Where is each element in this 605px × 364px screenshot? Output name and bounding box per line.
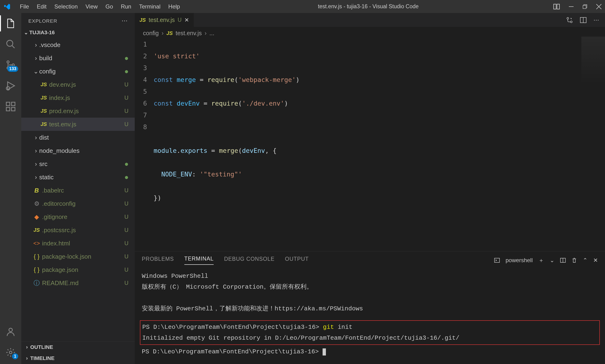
outline-section[interactable]: › OUTLINE [21, 341, 135, 353]
compare-changes-icon[interactable] [566, 16, 573, 24]
window-controls [553, 3, 602, 10]
maximize-button[interactable] [582, 4, 587, 9]
svg-rect-0 [554, 4, 556, 9]
menu-terminal[interactable]: Terminal [136, 2, 164, 11]
close-panel-icon[interactable]: ✕ [593, 257, 598, 264]
file-row[interactable]: ◆.gitignoreU [21, 210, 135, 223]
timeline-section[interactable]: › TIMELINE [21, 353, 135, 364]
panel-tab-terminal[interactable]: TERMINAL [184, 256, 214, 265]
kill-terminal-icon[interactable] [571, 258, 577, 263]
breadcrumb-more[interactable]: ... [209, 30, 214, 37]
js-file-icon: JS [41, 81, 47, 88]
chevron-right-icon: › [33, 147, 39, 155]
chevron-right-icon: › [33, 54, 39, 62]
tab-close-icon[interactable]: ✕ [184, 17, 189, 23]
terminal-profile-name[interactable]: powershell [505, 257, 533, 264]
file-row[interactable]: { }package.jsonU [21, 263, 135, 276]
panel-tab-debug[interactable]: DEBUG CONSOLE [224, 256, 275, 265]
folder-name: static [39, 174, 123, 181]
file-row[interactable]: JSprod.env.jsU [21, 104, 135, 118]
run-debug-icon[interactable] [5, 80, 16, 91]
code-editor[interactable]: 12345678 'use strict' const merge = requ… [135, 37, 605, 251]
json-file-icon: { } [34, 253, 40, 260]
folder-row[interactable]: ›node_modules [21, 144, 135, 157]
menu-run[interactable]: Run [118, 2, 134, 11]
editor-area: JS test.env.js U ✕ ⋯ config › JS test.en… [135, 13, 605, 364]
chevron-right-icon: › [33, 174, 39, 181]
explorer-icon[interactable] [5, 18, 16, 29]
breadcrumb-file[interactable]: test.env.js [176, 30, 202, 37]
minimap[interactable] [581, 37, 605, 84]
folder-name: src [39, 160, 123, 168]
editor-more-icon[interactable]: ⋯ [593, 17, 599, 23]
menu-selection[interactable]: Selection [51, 2, 81, 11]
git-untracked-badge: U [123, 227, 130, 233]
workspace-root[interactable]: ⌄ TUJIA3-16 [21, 27, 135, 38]
menu-go[interactable]: Go [102, 2, 116, 11]
folder-row[interactable]: ›build● [21, 52, 135, 65]
svg-rect-11 [12, 102, 15, 106]
file-row[interactable]: ⚙.editorconfigU [21, 197, 135, 210]
accounts-icon[interactable] [5, 326, 16, 337]
svg-rect-9 [6, 107, 10, 111]
source-control-icon[interactable]: 133 [5, 59, 16, 71]
terminal-content[interactable]: Windows PowerShell 版权所有（C） Microsoft Cor… [135, 265, 605, 364]
terminal-highlight-box: PS D:\Leo\ProgramTeam\FontEnd\Project\tu… [140, 320, 600, 345]
git-untracked-badge: U [123, 108, 130, 114]
split-terminal-icon[interactable] [560, 258, 566, 263]
git-untracked-badge: U [123, 214, 130, 220]
gear-icon: ⚙ [34, 200, 39, 208]
terminal-line: Initialized empty Git repository in D:/L… [142, 333, 597, 343]
folder-row[interactable]: ⌄config● [21, 65, 135, 78]
menu-help[interactable]: Help [165, 2, 183, 11]
file-row[interactable]: JSdev.env.jsU [21, 78, 135, 91]
activity-bar: 133 1 [0, 13, 21, 364]
extensions-icon[interactable] [5, 101, 16, 112]
chevron-right-icon: › [24, 355, 30, 361]
folder-row[interactable]: ›src● [21, 157, 135, 170]
layout-icon[interactable] [553, 3, 560, 10]
close-button[interactable] [596, 4, 602, 9]
maximize-panel-icon[interactable]: ⌃ [583, 257, 588, 264]
new-terminal-icon[interactable]: ＋ [538, 257, 544, 264]
sidebar: EXPLORER ⋯ ⌄ TUJIA3-16 ›.vscode›build●⌄c… [21, 13, 135, 364]
menu-edit[interactable]: Edit [34, 2, 50, 11]
panel-tab-output[interactable]: OUTPUT [285, 256, 309, 265]
breadcrumbs[interactable]: config › JS test.env.js › ... [135, 27, 605, 37]
code-content[interactable]: 'use strict' const merge = require('webp… [154, 39, 605, 251]
minimize-button[interactable] [569, 4, 574, 9]
breadcrumb-folder[interactable]: config [143, 30, 159, 37]
terminal-profile-icon[interactable] [494, 258, 500, 263]
git-untracked-badge: U [123, 266, 130, 273]
file-row[interactable]: <>index.htmlU [21, 237, 135, 250]
split-editor-icon[interactable] [580, 16, 587, 24]
sidebar-more-icon[interactable]: ⋯ [121, 17, 128, 25]
file-row[interactable]: JSindex.jsU [21, 91, 135, 104]
terminal-dropdown-icon[interactable]: ⌄ [550, 257, 554, 264]
file-row[interactable]: { }package-lock.jsonU [21, 250, 135, 263]
menu-file[interactable]: File [16, 2, 32, 11]
folder-row[interactable]: ›dist [21, 131, 135, 144]
file-name: prod.env.js [49, 107, 123, 115]
terminal-line: PS D:\Leo\ProgramTeam\FontEnd\Project\tu… [142, 346, 598, 357]
tab-test-env-js[interactable]: JS test.env.js U ✕ [135, 13, 194, 27]
folder-row[interactable]: ›.vscode [21, 38, 135, 52]
file-row[interactable]: B.babelrcU [21, 184, 135, 197]
file-tree: ›.vscode›build●⌄config●JSdev.env.jsUJSin… [21, 38, 135, 341]
file-row[interactable]: JS.postcssrc.jsU [21, 223, 135, 237]
menu-bar: File Edit Selection View Go Run Terminal… [16, 2, 183, 11]
file-name: package.json [42, 266, 123, 273]
settings-gear-icon[interactable]: 1 [5, 347, 16, 358]
file-row[interactable]: JStest.env.jsU [21, 118, 135, 131]
chevron-right-icon: › [162, 30, 164, 37]
file-row[interactable]: ⓘREADME.mdU [21, 276, 135, 290]
sidebar-header: EXPLORER ⋯ [21, 13, 135, 27]
js-file-icon: JS [41, 108, 47, 114]
panel-tab-problems[interactable]: PROBLEMS [142, 256, 174, 265]
git-untracked-badge: U [123, 94, 130, 101]
search-icon[interactable] [5, 39, 16, 50]
workspace-root-label: TUJIA3-16 [29, 29, 55, 36]
file-name: index.js [49, 94, 123, 102]
folder-row[interactable]: ›static● [21, 170, 135, 184]
menu-view[interactable]: View [82, 2, 101, 11]
